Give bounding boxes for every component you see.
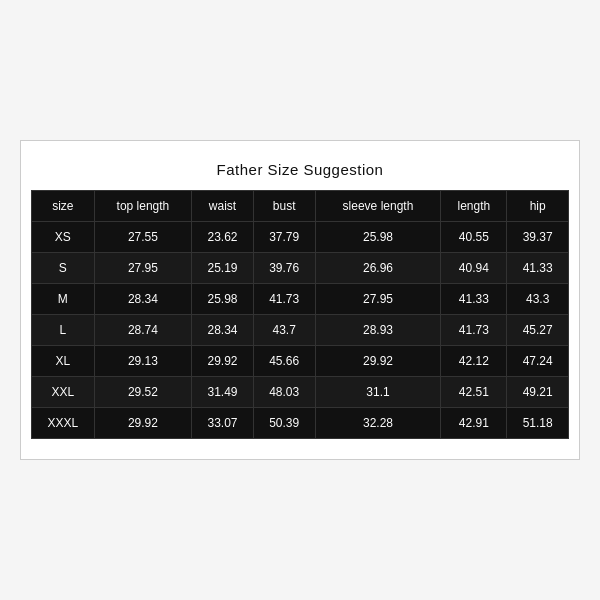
table-header-row: sizetop lengthwaistbustsleeve lengthleng… — [32, 191, 569, 222]
table-row: M28.3425.9841.7327.9541.3343.3 — [32, 284, 569, 315]
size-cell: M — [32, 284, 95, 315]
measurement-cell: 37.79 — [253, 222, 315, 253]
table-row: S27.9525.1939.7626.9640.9441.33 — [32, 253, 569, 284]
measurement-cell: 25.98 — [315, 222, 441, 253]
measurement-cell: 25.98 — [192, 284, 254, 315]
column-header: bust — [253, 191, 315, 222]
measurement-cell: 41.73 — [253, 284, 315, 315]
measurement-cell: 42.51 — [441, 377, 507, 408]
measurement-cell: 33.07 — [192, 408, 254, 439]
measurement-cell: 23.62 — [192, 222, 254, 253]
measurement-cell: 27.95 — [94, 253, 192, 284]
table-row: XS27.5523.6237.7925.9840.5539.37 — [32, 222, 569, 253]
size-cell: S — [32, 253, 95, 284]
column-header: sleeve length — [315, 191, 441, 222]
measurement-cell: 29.92 — [94, 408, 192, 439]
measurement-cell: 29.92 — [315, 346, 441, 377]
size-cell: L — [32, 315, 95, 346]
measurement-cell: 39.37 — [507, 222, 569, 253]
measurement-cell: 50.39 — [253, 408, 315, 439]
measurement-cell: 28.34 — [94, 284, 192, 315]
measurement-cell: 45.66 — [253, 346, 315, 377]
table-row: XXXL29.9233.0750.3932.2842.9151.18 — [32, 408, 569, 439]
measurement-cell: 26.96 — [315, 253, 441, 284]
measurement-cell: 42.12 — [441, 346, 507, 377]
measurement-cell: 29.52 — [94, 377, 192, 408]
size-table: sizetop lengthwaistbustsleeve lengthleng… — [31, 190, 569, 439]
column-header: waist — [192, 191, 254, 222]
measurement-cell: 28.74 — [94, 315, 192, 346]
size-cell: XS — [32, 222, 95, 253]
measurement-cell: 43.3 — [507, 284, 569, 315]
size-cell: XXL — [32, 377, 95, 408]
column-header: size — [32, 191, 95, 222]
measurement-cell: 51.18 — [507, 408, 569, 439]
measurement-cell: 39.76 — [253, 253, 315, 284]
size-cell: XL — [32, 346, 95, 377]
measurement-cell: 32.28 — [315, 408, 441, 439]
column-header: length — [441, 191, 507, 222]
measurement-cell: 40.94 — [441, 253, 507, 284]
column-header: hip — [507, 191, 569, 222]
measurement-cell: 27.55 — [94, 222, 192, 253]
measurement-cell: 48.03 — [253, 377, 315, 408]
table-row: XL29.1329.9245.6629.9242.1247.24 — [32, 346, 569, 377]
page-title: Father Size Suggestion — [31, 161, 569, 178]
measurement-cell: 28.34 — [192, 315, 254, 346]
size-chart-container: Father Size Suggestion sizetop lengthwai… — [20, 140, 580, 460]
measurement-cell: 47.24 — [507, 346, 569, 377]
measurement-cell: 29.92 — [192, 346, 254, 377]
measurement-cell: 41.33 — [507, 253, 569, 284]
measurement-cell: 40.55 — [441, 222, 507, 253]
measurement-cell: 43.7 — [253, 315, 315, 346]
measurement-cell: 42.91 — [441, 408, 507, 439]
measurement-cell: 49.21 — [507, 377, 569, 408]
measurement-cell: 41.33 — [441, 284, 507, 315]
measurement-cell: 25.19 — [192, 253, 254, 284]
measurement-cell: 29.13 — [94, 346, 192, 377]
table-row: L28.7428.3443.728.9341.7345.27 — [32, 315, 569, 346]
table-row: XXL29.5231.4948.0331.142.5149.21 — [32, 377, 569, 408]
measurement-cell: 28.93 — [315, 315, 441, 346]
size-cell: XXXL — [32, 408, 95, 439]
column-header: top length — [94, 191, 192, 222]
measurement-cell: 41.73 — [441, 315, 507, 346]
measurement-cell: 31.49 — [192, 377, 254, 408]
measurement-cell: 27.95 — [315, 284, 441, 315]
measurement-cell: 31.1 — [315, 377, 441, 408]
measurement-cell: 45.27 — [507, 315, 569, 346]
